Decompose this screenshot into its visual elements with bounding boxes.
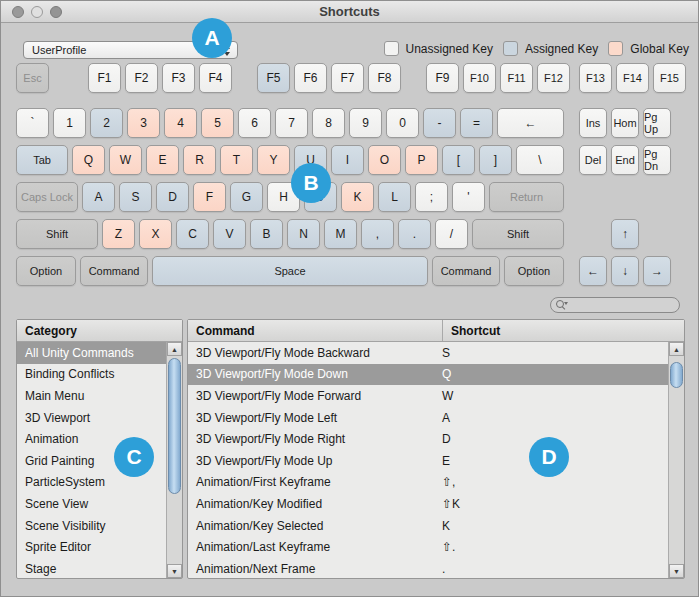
key-9[interactable]: 9 (349, 108, 382, 138)
key-5[interactable]: 5 (201, 108, 234, 138)
key-tab[interactable]: Tab (16, 145, 68, 175)
key-f11[interactable]: F11 (500, 63, 533, 93)
key-g[interactable]: G (230, 182, 263, 212)
category-item[interactable]: 3D Viewport (17, 407, 166, 429)
key-[interactable]: / (435, 219, 468, 249)
category-item[interactable]: ParticleSystem (17, 472, 166, 494)
key-end[interactable]: End (611, 145, 639, 175)
key-f13[interactable]: F13 (579, 63, 612, 93)
key-d[interactable]: D (156, 182, 189, 212)
shortcut-row[interactable]: 3D Viewport/Fly Mode LeftA (188, 407, 668, 429)
key-command[interactable]: Command (80, 256, 148, 286)
category-item[interactable]: All Unity Commands (17, 342, 166, 364)
key-[interactable]: ↓ (611, 256, 639, 286)
key-2[interactable]: 2 (90, 108, 123, 138)
key-[interactable]: = (460, 108, 493, 138)
shortcut-column-header[interactable]: Shortcut (442, 320, 500, 341)
key-[interactable]: ; (415, 182, 448, 212)
scroll-down-icon[interactable]: ▼ (669, 564, 684, 578)
key-f9[interactable]: F9 (426, 63, 459, 93)
category-item[interactable]: Binding Conflicts (17, 364, 166, 386)
key-f5[interactable]: F5 (257, 63, 290, 93)
key-[interactable]: \ (516, 145, 564, 175)
search-field[interactable] (550, 297, 680, 313)
key-b[interactable]: B (250, 219, 283, 249)
key-[interactable]: - (423, 108, 456, 138)
key-x[interactable]: X (139, 219, 172, 249)
shortcut-row[interactable]: Animation/Last Keyframe⇧. (188, 536, 668, 558)
key-q[interactable]: Q (72, 145, 105, 175)
key-4[interactable]: 4 (164, 108, 197, 138)
key-k[interactable]: K (341, 182, 374, 212)
shortcut-row[interactable]: 3D Viewport/Fly Mode RightD (188, 428, 668, 450)
key-6[interactable]: 6 (238, 108, 271, 138)
key-[interactable]: ' (452, 182, 485, 212)
key-f[interactable]: F (193, 182, 226, 212)
key-e[interactable]: E (146, 145, 179, 175)
shortcut-row[interactable]: 3D Viewport/Fly Mode UpE (188, 450, 668, 472)
scroll-up-icon[interactable]: ▲ (669, 342, 684, 356)
key-v[interactable]: V (213, 219, 246, 249)
key-return[interactable]: Return (489, 182, 564, 212)
key-l[interactable]: L (378, 182, 411, 212)
key-esc[interactable]: Esc (16, 63, 49, 93)
category-scrollbar[interactable]: ▲ ▼ (166, 342, 182, 578)
key-[interactable]: → (643, 256, 671, 286)
key-ins[interactable]: Ins (579, 108, 607, 138)
scroll-down-icon[interactable]: ▼ (167, 564, 182, 578)
key-f3[interactable]: F3 (162, 63, 195, 93)
key-pg-dn[interactable]: Pg Dn (643, 145, 671, 175)
key-[interactable]: ← (579, 256, 607, 286)
key-[interactable]: ] (479, 145, 512, 175)
key-hom[interactable]: Hom (611, 108, 639, 138)
key-3[interactable]: 3 (127, 108, 160, 138)
key-command[interactable]: Command (432, 256, 500, 286)
key-1[interactable]: 1 (53, 108, 86, 138)
category-item[interactable]: Sprite Editor (17, 536, 166, 558)
key-8[interactable]: 8 (312, 108, 345, 138)
shortcut-row[interactable]: Animation/Key SelectedK (188, 515, 668, 537)
key-y[interactable]: Y (257, 145, 290, 175)
key-shift[interactable]: Shift (16, 219, 98, 249)
key-caps-lock[interactable]: Caps Lock (16, 182, 78, 212)
key-m[interactable]: M (324, 219, 357, 249)
shortcut-row[interactable]: 3D Viewport/Fly Mode DownQ (188, 364, 668, 386)
key-f14[interactable]: F14 (616, 63, 649, 93)
key-0[interactable]: 0 (386, 108, 419, 138)
category-item[interactable]: Main Menu (17, 385, 166, 407)
key-option[interactable]: Option (504, 256, 564, 286)
key-f8[interactable]: F8 (368, 63, 401, 93)
category-item[interactable]: Scene Visibility (17, 515, 166, 537)
command-column-header[interactable]: Command (188, 324, 255, 338)
key-shift[interactable]: Shift (472, 219, 564, 249)
key-[interactable]: . (398, 219, 431, 249)
scroll-up-icon[interactable]: ▲ (167, 342, 182, 356)
key-[interactable]: ` (16, 108, 49, 138)
key-r[interactable]: R (183, 145, 216, 175)
key-pg-up[interactable]: Pg Up (643, 108, 671, 138)
key-[interactable]: , (361, 219, 394, 249)
table-scrollbar[interactable]: ▲ ▼ (668, 342, 684, 578)
shortcut-row[interactable]: Animation/First Keyframe⇧, (188, 472, 668, 494)
key-n[interactable]: N (287, 219, 320, 249)
key-option[interactable]: Option (16, 256, 76, 286)
key-7[interactable]: 7 (275, 108, 308, 138)
key-t[interactable]: T (220, 145, 253, 175)
search-input[interactable] (568, 299, 679, 311)
shortcut-row[interactable]: Animation/Key Modified⇧K (188, 493, 668, 515)
key-f1[interactable]: F1 (88, 63, 121, 93)
key-c[interactable]: C (176, 219, 209, 249)
key-f7[interactable]: F7 (331, 63, 364, 93)
shortcut-row[interactable]: Animation/Next Frame. (188, 558, 668, 578)
key-f6[interactable]: F6 (294, 63, 327, 93)
key-[interactable]: ↑ (611, 219, 639, 249)
key-a[interactable]: A (82, 182, 115, 212)
category-scrollbar-thumb[interactable] (168, 358, 181, 494)
key-i[interactable]: I (331, 145, 364, 175)
key-del[interactable]: Del (579, 145, 607, 175)
key-f10[interactable]: F10 (463, 63, 496, 93)
key-p[interactable]: P (405, 145, 438, 175)
key-w[interactable]: W (109, 145, 142, 175)
key-f15[interactable]: F15 (653, 63, 686, 93)
key-[interactable]: [ (442, 145, 475, 175)
